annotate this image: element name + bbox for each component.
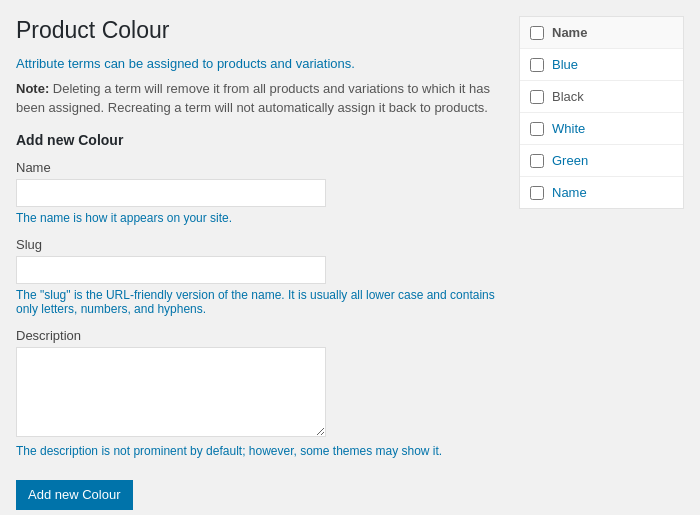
row-label-white[interactable]: White [552, 121, 585, 136]
note-body: Deleting a term will remove it from all … [16, 81, 490, 116]
name-label: Name [16, 160, 503, 175]
row-checkbox-green[interactable] [530, 154, 544, 168]
table-row: White [520, 113, 683, 145]
table-header-label: Name [552, 25, 587, 40]
slug-label: Slug [16, 237, 503, 252]
name-group: Name The name is how it appears on your … [16, 160, 503, 225]
table-row: Blue [520, 49, 683, 81]
description-label: Description [16, 328, 503, 343]
row-label-green[interactable]: Green [552, 153, 588, 168]
row-checkbox-black[interactable] [530, 90, 544, 104]
row-label-blue[interactable]: Blue [552, 57, 578, 72]
note-label: Note: [16, 81, 49, 96]
description-hint: The description is not prominent by defa… [16, 444, 503, 458]
table-header-row: Name [520, 17, 683, 49]
name-input[interactable] [16, 179, 326, 207]
colour-table: Name Blue Black White Green [519, 16, 684, 209]
table-row: Black [520, 81, 683, 113]
description-group: Description The description is not promi… [16, 328, 503, 458]
name-hint: The name is how it appears on your site. [16, 211, 503, 225]
row-checkbox-blue[interactable] [530, 58, 544, 72]
slug-input[interactable] [16, 256, 326, 284]
table-row: Name [520, 177, 683, 208]
right-panel: Name Blue Black White Green [519, 16, 684, 510]
slug-group: Slug The "slug" is the URL-friendly vers… [16, 237, 503, 316]
row-label-black[interactable]: Black [552, 89, 584, 104]
table-row: Green [520, 145, 683, 177]
row-checkbox-white[interactable] [530, 122, 544, 136]
section-title: Add new Colour [16, 132, 503, 148]
info-text: Attribute terms can be assigned to produ… [16, 56, 503, 71]
add-new-colour-button[interactable]: Add new Colour [16, 480, 133, 510]
page-title: Product Colour [16, 16, 503, 46]
header-checkbox[interactable] [530, 26, 544, 40]
note-text: Note: Deleting a term will remove it fro… [16, 79, 503, 118]
left-panel: Product Colour Attribute terms can be as… [16, 16, 503, 510]
row-checkbox-name[interactable] [530, 186, 544, 200]
slug-hint: The "slug" is the URL-friendly version o… [16, 288, 503, 316]
row-label-name[interactable]: Name [552, 185, 587, 200]
description-input[interactable] [16, 347, 326, 437]
